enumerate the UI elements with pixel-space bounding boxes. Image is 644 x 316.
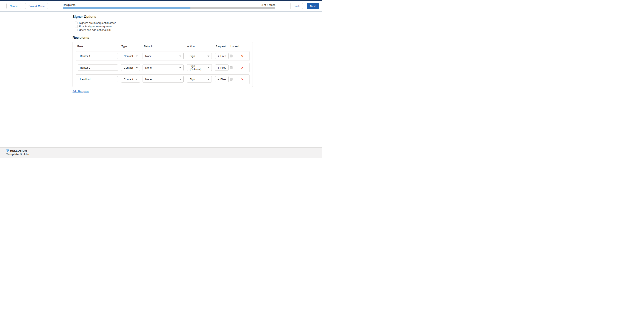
delete-recipient-button[interactable]: ✕: [240, 77, 244, 81]
request-files-button[interactable]: + Files: [215, 76, 228, 82]
type-select[interactable]: Contact: [121, 64, 140, 71]
option-row-sequential: Signers are in sequential order: [75, 22, 322, 24]
action-select-value: Sign: [190, 55, 195, 58]
column-header-locked: Locked: [230, 45, 239, 48]
action-select-value: Sign (Optional): [190, 65, 206, 71]
plus-icon: +: [218, 78, 220, 81]
next-button[interactable]: Next: [307, 3, 319, 9]
progress-labels: Recipients 3 of 5 steps: [63, 3, 276, 7]
type-select-value: Contact: [124, 78, 133, 81]
option-row-optional-cc: Users can add optional CC: [75, 29, 322, 31]
chevron-down-icon: [136, 56, 138, 57]
topbar: Cancel Save & Close Recipients 3 of 5 st…: [0, 1, 322, 12]
recipient-row: Contact None Sign + Files ✕: [76, 51, 250, 61]
optional-cc-checkbox[interactable]: [75, 29, 78, 31]
brand-logo-row: HELLOSIGN: [6, 149, 322, 152]
hellosign-pennant-icon: [6, 149, 9, 152]
back-button[interactable]: Back: [290, 3, 303, 9]
recipients-title: Recipients: [72, 36, 322, 40]
locked-checkbox[interactable]: [230, 66, 232, 69]
chevron-down-icon: [136, 79, 138, 80]
add-recipient-link[interactable]: Add Recipient: [72, 90, 89, 93]
action-select[interactable]: Sign: [187, 53, 212, 59]
recipient-row: Contact None Sign (Optional) + Files ✕: [76, 63, 250, 72]
column-header-request: Request: [216, 45, 226, 48]
column-header-type: Type: [122, 45, 127, 48]
default-select[interactable]: None: [142, 53, 184, 59]
files-button-label: Files: [220, 66, 226, 69]
delete-recipient-button[interactable]: ✕: [240, 66, 244, 70]
main-content: Signer Options Signers are in sequential…: [0, 12, 322, 147]
files-button-label: Files: [220, 78, 226, 81]
column-header-role: Role: [77, 45, 83, 48]
option-label: Signers are in sequential order: [79, 21, 116, 25]
option-row-reassignment: Enable signer reassignment: [75, 25, 322, 28]
chevron-down-icon: [179, 56, 181, 57]
column-header-default: Default: [144, 45, 152, 48]
chevron-down-icon: [179, 67, 181, 68]
option-label: Users can add optional CC: [79, 29, 111, 32]
topbar-left-actions: Cancel Save & Close: [6, 3, 48, 9]
plus-icon: +: [218, 66, 220, 69]
plus-icon: +: [218, 55, 220, 58]
brand-subtitle: Template Builder: [6, 152, 322, 156]
locked-checkbox[interactable]: [230, 55, 232, 58]
role-input[interactable]: [78, 53, 118, 59]
action-select-value: Sign: [190, 78, 195, 81]
action-select[interactable]: Sign: [187, 76, 212, 83]
save-close-button[interactable]: Save & Close: [25, 3, 48, 9]
steps-count-label: 3 of 5 steps: [262, 3, 276, 7]
recipients-card: Role Type Default Action Request Locked …: [72, 42, 253, 87]
cancel-button[interactable]: Cancel: [6, 3, 21, 9]
recipient-row: Contact None Sign + Files ✕: [76, 75, 250, 84]
chevron-down-icon: [179, 79, 181, 80]
default-select[interactable]: None: [142, 64, 184, 71]
footer: HELLOSIGN Template Builder: [0, 147, 322, 158]
chevron-down-icon: [136, 67, 138, 68]
role-input[interactable]: [78, 76, 118, 82]
chevron-down-icon: [208, 79, 210, 80]
request-files-button[interactable]: + Files: [215, 53, 228, 59]
default-select-value: None: [145, 66, 152, 69]
type-select-value: Contact: [124, 55, 133, 58]
default-select-value: None: [145, 78, 152, 81]
chevron-down-icon: [208, 56, 210, 57]
type-select[interactable]: Contact: [121, 76, 140, 83]
delete-recipient-button[interactable]: ✕: [240, 54, 244, 58]
default-select-value: None: [145, 55, 152, 58]
column-header-action: Action: [187, 45, 194, 48]
signer-reassignment-checkbox[interactable]: [75, 25, 78, 28]
option-label: Enable signer reassignment: [79, 25, 112, 28]
type-select-value: Contact: [124, 66, 133, 69]
locked-checkbox[interactable]: [230, 78, 232, 81]
progress-bar: [63, 7, 276, 9]
template-builder-page: Cancel Save & Close Recipients 3 of 5 st…: [0, 0, 322, 158]
request-files-button[interactable]: + Files: [215, 65, 228, 71]
type-select[interactable]: Contact: [121, 53, 140, 59]
topbar-right-actions: Back Next: [290, 3, 319, 9]
chevron-down-icon: [208, 67, 210, 68]
brand-name: HELLOSIGN: [10, 149, 27, 152]
action-select[interactable]: Sign (Optional): [187, 64, 212, 71]
column-headers: Role Type Default Action Request Locked: [76, 44, 250, 49]
role-input[interactable]: [78, 65, 118, 71]
current-step-label: Recipients: [63, 3, 76, 7]
progress-fill: [63, 7, 190, 9]
files-button-label: Files: [220, 55, 226, 58]
sequential-order-checkbox[interactable]: [75, 22, 78, 24]
signer-options-title: Signer Options: [72, 15, 322, 19]
progress-section: Recipients 3 of 5 steps: [63, 3, 276, 9]
default-select[interactable]: None: [142, 76, 184, 83]
